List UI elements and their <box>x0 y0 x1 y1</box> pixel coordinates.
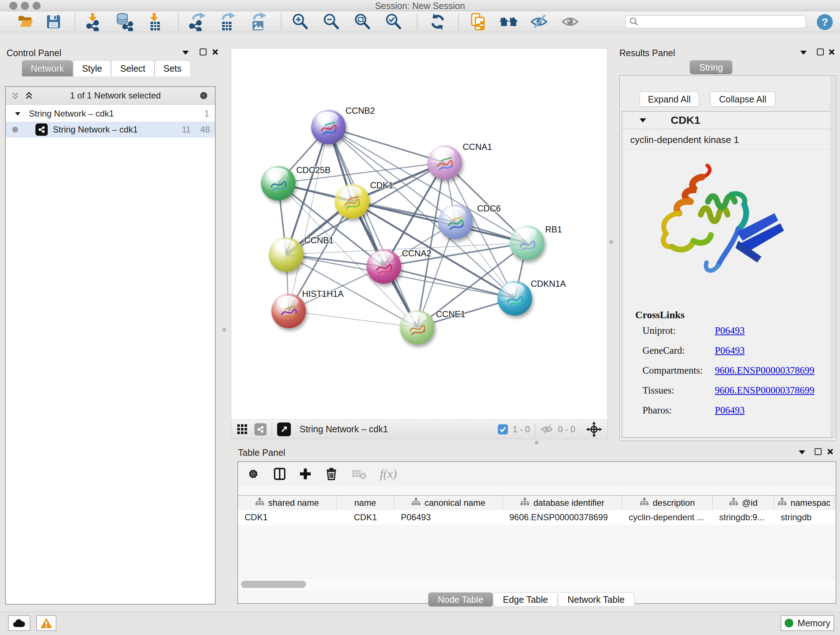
hide-selected-button[interactable] <box>529 13 551 31</box>
crosslink-value[interactable]: 9606.ENSP00000378699 <box>715 385 814 396</box>
table-panel-close-icon[interactable] <box>827 448 833 454</box>
birdseye-grid-icon[interactable] <box>237 424 248 435</box>
table-cell[interactable]: 9606.ENSP00000378699 <box>503 510 622 524</box>
column-header-description[interactable]: description <box>622 496 713 510</box>
import-network-file-button[interactable] <box>82 13 104 31</box>
network-node-CCNE1[interactable] <box>400 310 434 345</box>
database-icon <box>114 12 134 31</box>
export-table-button[interactable] <box>216 13 238 31</box>
zoom-in-button[interactable] <box>289 13 311 31</box>
delete-column-icon[interactable] <box>324 467 339 481</box>
table-cell[interactable]: cyclin-dependent ... <box>622 510 713 524</box>
collection-expander-icon[interactable] <box>15 112 20 116</box>
network-node-RB1[interactable] <box>510 226 545 260</box>
table-cell[interactable]: CDK1 <box>336 510 394 524</box>
results-panel-close-icon[interactable] <box>829 49 834 55</box>
zoom-selected-button[interactable] <box>383 13 404 31</box>
network-edge[interactable] <box>384 266 515 298</box>
table-row[interactable]: CDK1CDK1P064939606.ENSP00000378699cyclin… <box>238 510 836 524</box>
network-edge[interactable] <box>328 127 445 163</box>
crosslink-value[interactable]: P06493 <box>715 405 745 416</box>
save-session-button[interactable] <box>43 13 65 31</box>
network-view-type-icon[interactable] <box>254 423 267 435</box>
tab-network[interactable]: Network <box>22 60 73 76</box>
import-table-button[interactable] <box>144 13 166 31</box>
first-neighbors-button[interactable] <box>498 13 519 31</box>
crosslink-label: Pharos: <box>643 405 715 416</box>
right-splitter-handle[interactable] <box>609 240 613 244</box>
control-panel-close-icon[interactable] <box>212 49 218 55</box>
table-cell[interactable]: CDK1 <box>238 510 336 524</box>
gene-section-header[interactable]: CDK1 <box>622 111 834 129</box>
column-header-database-identifier[interactable]: database identifier <box>503 496 622 510</box>
tab-node-table[interactable]: Node Table <box>428 592 493 607</box>
show-all-button[interactable] <box>560 13 582 31</box>
show-columns-icon[interactable] <box>273 467 287 481</box>
table-cell[interactable]: stringdb:9... <box>713 510 774 524</box>
network-node-CCNB1[interactable] <box>269 237 303 272</box>
table-horizontal-scrollbar[interactable] <box>238 578 836 591</box>
results-scrollbar[interactable] <box>831 76 835 437</box>
control-panel-float-icon[interactable] <box>200 49 207 55</box>
network-node-CDC6[interactable] <box>438 204 473 239</box>
network-row-selected[interactable]: String Network – cdk1 11 48 <box>6 122 215 138</box>
network-node-CDC25B[interactable] <box>261 166 295 201</box>
results-panel-menu-icon[interactable] <box>800 51 807 55</box>
open-in-window-icon[interactable] <box>277 423 291 436</box>
memory-button[interactable]: Memory <box>781 615 834 631</box>
export-image-button[interactable] <box>248 13 269 31</box>
export-network-button[interactable] <box>186 13 208 31</box>
network-node-CDKN1A[interactable] <box>497 281 532 316</box>
warning-button[interactable] <box>36 615 57 631</box>
tab-sets[interactable]: Sets <box>155 60 191 76</box>
zoom-fit-button[interactable] <box>352 13 373 31</box>
column-header-shared-name[interactable]: shared name <box>238 496 336 510</box>
crosslink-value[interactable]: P06493 <box>715 325 745 336</box>
search-input[interactable] <box>638 17 806 27</box>
tab-style[interactable]: Style <box>73 60 111 76</box>
left-splitter-handle[interactable] <box>222 328 226 332</box>
open-session-button[interactable] <box>14 13 36 31</box>
horizontal-splitter-handle[interactable] <box>535 440 538 445</box>
zoom-out-button[interactable] <box>321 13 342 31</box>
network-options-gear-icon[interactable] <box>197 89 210 102</box>
scrollbar-thumb[interactable] <box>241 581 306 588</box>
fit-content-crosshair-icon[interactable] <box>586 421 602 437</box>
table-cell[interactable]: stringdb <box>774 510 834 524</box>
collapse-all-button[interactable]: Collapse All <box>710 92 775 107</box>
column-header-name[interactable]: name <box>336 496 394 510</box>
network-node-HIST1H1A[interactable] <box>271 294 306 328</box>
column-header--id[interactable]: @id <box>713 496 774 510</box>
table-panel-float-icon[interactable] <box>815 448 821 455</box>
table-cell[interactable]: P06493 <box>394 510 503 524</box>
control-panel-menu-icon[interactable] <box>182 51 189 55</box>
tab-string[interactable]: String <box>690 60 733 74</box>
network-collection-row[interactable]: String Network – cdk1 1 <box>6 106 215 122</box>
crosslink-value[interactable]: 9606.ENSP00000378699 <box>715 365 814 376</box>
table-options-gear-icon[interactable] <box>246 467 261 481</box>
add-column-icon[interactable] <box>298 467 313 481</box>
tab-edge-table[interactable]: Edge Table <box>493 592 558 607</box>
expand-all-networks-icon[interactable] <box>25 92 33 100</box>
help-button[interactable]: ? <box>817 14 833 30</box>
apply-layout-button[interactable] <box>427 13 448 31</box>
network-canvas[interactable]: CCNB2CCNA1CDC25BCDK1CDC6RB1CCNB1CCNA2CDK… <box>231 48 608 420</box>
network-edge[interactable] <box>289 311 417 327</box>
cloud-button[interactable] <box>8 615 30 631</box>
results-panel-float-icon[interactable] <box>817 49 824 55</box>
tab-select[interactable]: Select <box>111 60 154 76</box>
expand-all-button[interactable]: Expand All <box>639 92 699 107</box>
column-header-canonical-name[interactable]: canonical name <box>394 496 503 510</box>
network-node-CCNA2[interactable] <box>366 249 401 284</box>
tab-network-table[interactable]: Network Table <box>558 592 635 607</box>
collapse-all-networks-icon[interactable] <box>11 92 19 100</box>
network-node-CCNA1[interactable] <box>427 145 462 180</box>
crosslink-value[interactable]: P06493 <box>715 345 745 356</box>
network-node-CDK1[interactable] <box>335 184 369 219</box>
gene-expander-icon[interactable] <box>639 119 646 122</box>
column-header-namespac[interactable]: namespac <box>774 496 834 510</box>
table-panel-menu-icon[interactable] <box>799 450 805 454</box>
new-network-from-selection-button[interactable] <box>467 13 489 31</box>
import-network-database-button[interactable] <box>113 13 134 31</box>
network-node-CCNB2[interactable] <box>311 110 346 144</box>
